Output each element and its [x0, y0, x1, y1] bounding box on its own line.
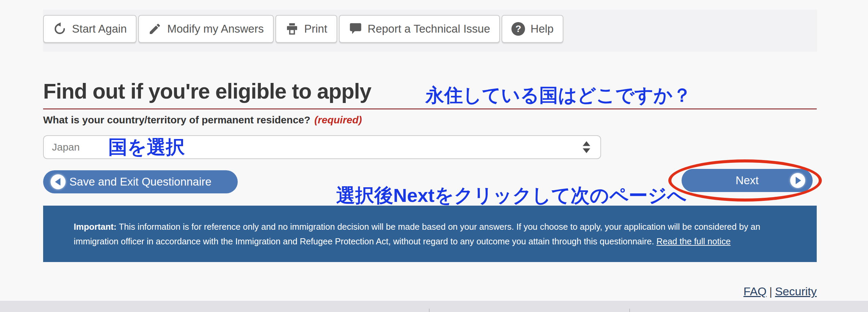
- eligibility-questionnaire-page: Start Again Modify my Answers Print Repo…: [0, 0, 868, 312]
- annotation-select-note: 国を選択: [108, 135, 185, 160]
- help-button[interactable]: ? Help: [502, 15, 563, 43]
- help-label: Help: [530, 22, 554, 35]
- faq-link[interactable]: FAQ: [743, 285, 766, 298]
- arrow-up-icon: [583, 141, 590, 146]
- save-and-exit-label: Save and Exit Questionnaire: [69, 175, 211, 188]
- question-label: What is your country/territory of perman…: [43, 114, 362, 126]
- annotation-next-note: 選択後Nextをクリックして次のページへ: [336, 183, 687, 209]
- country-select[interactable]: Japan 国を選択: [43, 135, 601, 159]
- modify-answers-button[interactable]: Modify my Answers: [138, 15, 273, 43]
- next-button[interactable]: Next: [682, 169, 813, 192]
- speech-bubble-icon: [349, 22, 362, 36]
- pencil-icon: [148, 22, 162, 36]
- question-text: What is your country/territory of perman…: [43, 114, 310, 125]
- footer-separator: |: [769, 285, 772, 298]
- print-label: Print: [304, 22, 327, 35]
- question-mark-icon: ?: [511, 22, 525, 36]
- footer-links: FAQ|Security: [743, 285, 817, 298]
- footer-column-divider: [429, 309, 430, 312]
- important-notice-text: Important: This information is for refer…: [43, 206, 817, 249]
- report-issue-label: Report a Technical Issue: [368, 22, 490, 35]
- arrow-right-circle-icon: [790, 173, 805, 188]
- arrow-down-icon: [583, 149, 590, 153]
- bottom-footer-strip: [0, 301, 868, 312]
- next-label: Next: [736, 174, 759, 187]
- important-notice-banner: Important: This information is for refer…: [43, 206, 817, 262]
- important-prefix: Important:: [74, 222, 116, 231]
- security-link[interactable]: Security: [775, 285, 817, 298]
- print-button[interactable]: Print: [275, 15, 337, 43]
- select-stepper-icon: [583, 141, 590, 153]
- printer-icon: [285, 22, 299, 36]
- modify-answers-label: Modify my Answers: [167, 22, 264, 35]
- restart-icon: [53, 22, 67, 36]
- start-again-button[interactable]: Start Again: [43, 15, 137, 43]
- report-issue-button[interactable]: Report a Technical Issue: [339, 15, 500, 43]
- arrow-left-circle-icon: [51, 174, 66, 189]
- country-select-value: Japan: [52, 136, 80, 158]
- annotation-heading-note: 永住している国はどこですか？: [426, 83, 691, 108]
- footer-column-divider: [629, 309, 630, 312]
- toolbar: Start Again Modify my Answers Print Repo…: [43, 15, 563, 43]
- heading-rule: [43, 108, 817, 109]
- save-and-exit-button[interactable]: Save and Exit Questionnaire: [43, 170, 238, 193]
- start-again-label: Start Again: [72, 22, 127, 35]
- page-title: Find out if you're eligible to apply: [43, 79, 371, 103]
- read-full-notice-link[interactable]: Read the full notice: [656, 237, 730, 246]
- required-tag: (required): [314, 114, 362, 125]
